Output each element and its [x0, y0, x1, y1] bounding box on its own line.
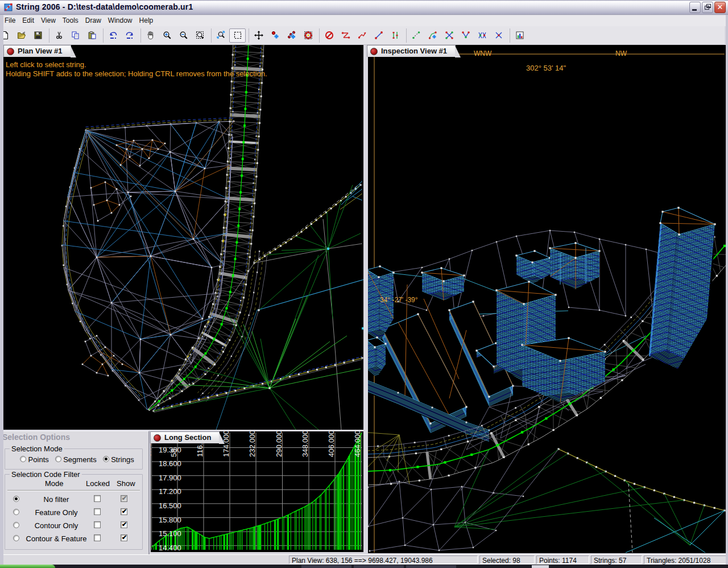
svg-text:WNW: WNW: [474, 50, 492, 57]
svg-text:290.000: 290.000: [275, 431, 283, 457]
svg-text:232.000: 232.000: [248, 431, 257, 457]
svg-text:14.400: 14.400: [159, 544, 181, 552]
svg-text:15.800: 15.800: [159, 516, 181, 524]
svg-text:Left click to select string.: Left click to select string.: [6, 60, 86, 69]
svg-text:16.500: 16.500: [159, 501, 181, 510]
svg-text:17.900: 17.900: [159, 474, 181, 482]
svg-text:348.000: 348.000: [301, 431, 309, 457]
svg-text:Holding SHIFT adds to the sele: Holding SHIFT adds to the selection; Hol…: [6, 69, 267, 78]
svg-text:19.300: 19.300: [159, 446, 181, 454]
svg-text:18.600: 18.600: [159, 459, 181, 468]
svg-text:-34° -27' -39°: -34° -27' -39°: [378, 296, 418, 304]
svg-text:302° 53' 14": 302° 53' 14": [526, 64, 566, 72]
svg-text:17.200: 17.200: [159, 487, 181, 496]
svg-text:464.000: 464.000: [353, 431, 362, 457]
svg-text:15.100: 15.100: [159, 529, 181, 538]
svg-text:NW: NW: [615, 50, 627, 57]
svg-text:406.000: 406.000: [327, 431, 336, 457]
svg-text:0.00: 0.00: [151, 443, 152, 457]
